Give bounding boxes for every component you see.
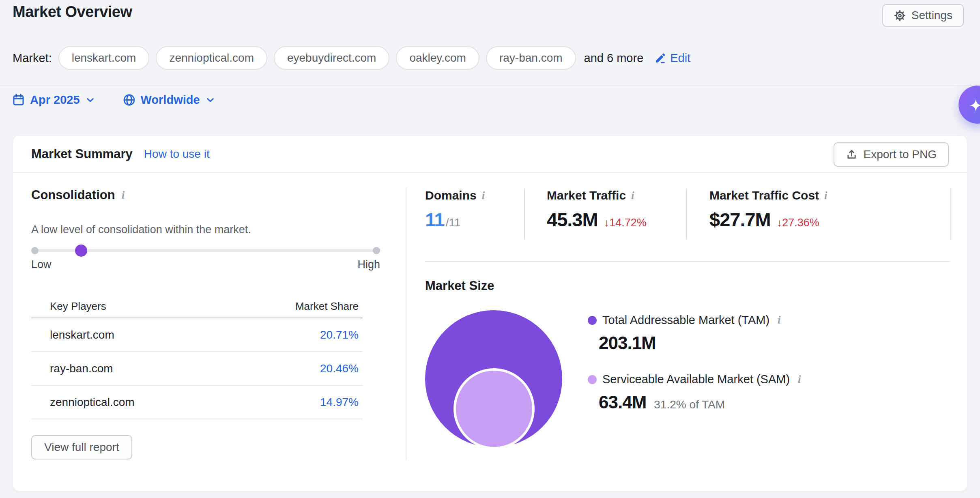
- table-row: lenskart.com 20.71%: [31, 318, 363, 352]
- consolidation-description: A low level of consolidation within the …: [31, 223, 251, 236]
- stat-label-text: Domains: [425, 189, 477, 202]
- market-summary-card: Market Summary How to use it Export to P…: [13, 136, 967, 491]
- tam-value-row: 203.1M: [599, 333, 801, 353]
- sam-value: 63.4M: [599, 392, 646, 412]
- traffic-delta: ↓14.72%: [604, 217, 647, 229]
- gauge-high-label: High: [357, 258, 380, 271]
- calendar-icon: [12, 93, 25, 107]
- page-title: Market Overview: [13, 3, 132, 21]
- table-header-row: Key Players Market Share: [31, 295, 363, 318]
- gauge-indicator: [75, 245, 87, 257]
- region-filter[interactable]: Worldwide: [122, 93, 216, 107]
- region-filter-label: Worldwide: [141, 93, 200, 107]
- player-share-link[interactable]: 20.46%: [320, 362, 359, 375]
- consolidation-title: Consolidation: [31, 188, 125, 202]
- legend-item-sam: Serviceable Available Market (SAM) 63.4M…: [588, 373, 801, 412]
- stat-label-text: Market Traffic: [547, 189, 626, 202]
- domains-total: /11: [446, 216, 461, 229]
- market-domain-pill[interactable]: lenskart.com: [58, 46, 150, 70]
- how-to-use-link[interactable]: How to use it: [144, 148, 210, 161]
- view-full-report-button[interactable]: View full report: [31, 435, 132, 459]
- chevron-down-icon: [85, 94, 96, 105]
- market-domain-pill[interactable]: eyebuydirect.com: [274, 46, 389, 70]
- market-size-title: Market Size: [425, 279, 494, 293]
- filters-bar: Apr 2025 Worldwide: [12, 93, 216, 107]
- info-icon[interactable]: [482, 189, 485, 202]
- ai-assistant-button[interactable]: [959, 86, 980, 124]
- traffic-value: 45.3M: [547, 208, 598, 231]
- stat-cost-label-row: Market Traffic Cost: [709, 189, 950, 202]
- pencil-icon: [654, 52, 666, 64]
- chevron-down-icon: [205, 94, 216, 105]
- stat-market-traffic-cost: Market Traffic Cost $27.7M ↓27.36%: [686, 189, 951, 240]
- player-domain: lenskart.com: [50, 328, 114, 341]
- tam-label-row: Total Addressable Market (TAM): [588, 313, 801, 327]
- info-icon[interactable]: [122, 189, 125, 202]
- card-header: Market Summary How to use it Export to P…: [13, 136, 967, 173]
- stat-label-text: Market Traffic Cost: [709, 189, 819, 202]
- player-domain: zennioptical.com: [50, 396, 135, 409]
- sam-label-row: Serviceable Available Market (SAM): [588, 373, 801, 386]
- market-domain-pill[interactable]: oakley.com: [396, 46, 479, 70]
- gauge-end-low: [31, 247, 39, 254]
- cost-delta: ↓27.36%: [777, 217, 819, 229]
- tam-label: Total Addressable Market (TAM): [602, 313, 769, 327]
- globe-icon: [122, 93, 136, 107]
- col-key-players: Key Players: [50, 300, 106, 313]
- sam-label: Serviceable Available Market (SAM): [602, 373, 790, 386]
- consolidation-gauge: [32, 245, 380, 257]
- market-domain-pill[interactable]: zennioptical.com: [156, 46, 267, 70]
- gear-icon: [894, 9, 906, 22]
- card-title: Market Summary: [31, 147, 133, 161]
- info-icon[interactable]: [798, 373, 801, 386]
- more-domains-label: and 6 more: [584, 52, 644, 65]
- export-png-label: Export to PNG: [863, 148, 937, 161]
- stat-traffic-label-row: Market Traffic: [547, 189, 686, 202]
- stats-bottom-divider: [425, 261, 950, 262]
- market-overview-page: Market Overview Settings Marke: [0, 0, 980, 498]
- key-players-table: Key Players Market Share lenskart.com 20…: [31, 295, 363, 419]
- sam-percent-note: 31.2% of TAM: [654, 398, 725, 411]
- gauge-low-label: Low: [31, 258, 52, 271]
- info-icon[interactable]: [631, 189, 634, 202]
- export-png-button[interactable]: Export to PNG: [834, 142, 949, 167]
- stat-domains-value-row: 11 /11: [425, 208, 524, 231]
- domains-count-link[interactable]: 11: [425, 208, 445, 231]
- sam-value-row: 63.4M 31.2% of TAM: [599, 392, 801, 412]
- table-row: zennioptical.com 14.97%: [31, 386, 363, 419]
- cost-value: $27.7M: [709, 208, 771, 231]
- player-domain: ray-ban.com: [50, 362, 113, 375]
- info-icon[interactable]: [778, 314, 781, 326]
- date-filter[interactable]: Apr 2025: [12, 93, 96, 107]
- sam-dot-icon: [588, 375, 597, 384]
- column-divider: [406, 188, 406, 460]
- info-icon[interactable]: [824, 189, 827, 202]
- tam-dot-icon: [588, 316, 597, 325]
- market-domain-pill[interactable]: ray-ban.com: [486, 46, 576, 70]
- edit-market-link[interactable]: Edit: [654, 52, 690, 65]
- col-market-share: Market Share: [295, 300, 359, 313]
- settings-label: Settings: [911, 9, 952, 22]
- upload-icon: [846, 149, 858, 161]
- gauge-end-high: [373, 247, 380, 254]
- table-row: ray-ban.com 20.46%: [31, 352, 363, 386]
- market-size-legend: Total Addressable Market (TAM) 203.1M Se…: [588, 313, 801, 412]
- tam-value: 203.1M: [599, 333, 656, 353]
- date-filter-label: Apr 2025: [30, 93, 80, 107]
- market-bar: Market: lenskart.com zennioptical.com ey…: [13, 46, 690, 70]
- sam-bubble: [453, 368, 535, 449]
- sparkle-icon: [966, 93, 980, 116]
- edit-label: Edit: [670, 52, 690, 65]
- stats-row: Domains 11 /11 Market Traffic 45.3M ↓14.…: [425, 189, 951, 240]
- stat-domains: Domains 11 /11: [425, 189, 524, 240]
- player-share-link[interactable]: 20.71%: [320, 328, 359, 341]
- market-label: Market:: [13, 52, 52, 65]
- header-divider: [0, 85, 980, 86]
- settings-button[interactable]: Settings: [882, 4, 964, 27]
- stat-domains-label-row: Domains: [425, 189, 524, 202]
- player-share-link[interactable]: 14.97%: [320, 396, 359, 409]
- gauge-labels: Low High: [31, 258, 380, 271]
- stat-cost-value-row: $27.7M ↓27.36%: [709, 208, 950, 231]
- stat-market-traffic: Market Traffic 45.3M ↓14.72%: [524, 189, 686, 240]
- consolidation-title-text: Consolidation: [31, 188, 115, 202]
